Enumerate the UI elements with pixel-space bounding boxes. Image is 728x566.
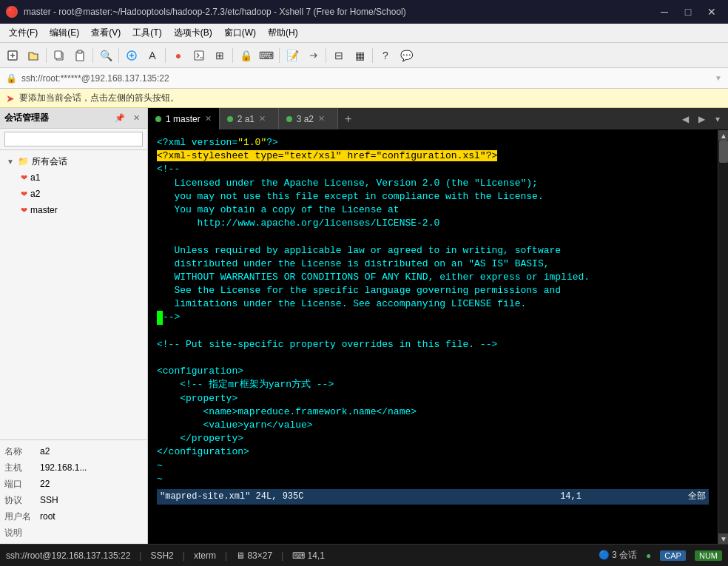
tab-dot-master: [155, 116, 161, 122]
info-value-host: 192.168.1...: [40, 462, 143, 473]
session-label-a2: a2: [30, 189, 40, 199]
title-bar: 🔴 master - root@master:~/Hadooptools/had…: [0, 0, 728, 24]
status-bar: ssh://root@192.168.137.135:22 | SSH2 | x…: [0, 544, 728, 566]
tab-prev-button[interactable]: ◀: [678, 112, 692, 127]
scroll-thumb[interactable]: [719, 141, 728, 163]
sidebar-item-a2[interactable]: ❤ a2: [15, 186, 147, 202]
connect-button[interactable]: [122, 46, 141, 65]
tab-add-button[interactable]: +: [338, 108, 359, 129]
term-line-23: </property>: [157, 433, 243, 444]
status-cap-badge: CAP: [660, 550, 686, 561]
menu-edit[interactable]: 编辑(E): [44, 24, 85, 41]
menu-help[interactable]: 帮助(H): [262, 24, 304, 41]
address-dropdown-icon[interactable]: ▼: [715, 74, 722, 82]
status-sessions: 🔵 3 会话: [599, 549, 637, 562]
menu-tools[interactable]: 工具(T): [127, 24, 167, 41]
sidebar-close-button[interactable]: ✕: [129, 112, 143, 125]
session-label-master: master: [30, 205, 58, 215]
term-line-blank3: [157, 352, 163, 363]
separator-3: [118, 48, 119, 63]
menu-window[interactable]: 窗口(W): [218, 24, 262, 41]
term-line-blank1: [157, 231, 163, 242]
svg-rect-6: [78, 50, 82, 53]
layout2-button[interactable]: ⊟: [329, 46, 348, 65]
chat-button[interactable]: 💬: [397, 46, 416, 65]
tab-close-a1[interactable]: ✕: [259, 114, 266, 124]
menu-view[interactable]: 查看(V): [85, 24, 127, 41]
term-line-25: ~: [157, 460, 163, 471]
tab-next-button[interactable]: ▶: [694, 112, 709, 127]
separator-6: [279, 48, 280, 63]
transfer-button[interactable]: [303, 46, 323, 65]
separator-4: [165, 48, 166, 63]
address-bar: 🔒 ssh://root:******@192.168.137.135:22 ▼: [0, 68, 728, 89]
layout-button[interactable]: ⊞: [210, 46, 229, 65]
new-session-button[interactable]: [3, 46, 22, 65]
menu-file[interactable]: 文件(F): [3, 24, 44, 41]
session-tree: ▼ 📁 所有会话 ❤ a1 ❤ a2 ❤ master: [0, 150, 147, 439]
address-text: ssh://root:******@192.168.137.135:22: [21, 73, 710, 84]
script-button[interactable]: [189, 46, 209, 65]
font-button[interactable]: A: [143, 46, 162, 65]
tab-close-a2[interactable]: ✕: [318, 114, 325, 124]
tab-close-master[interactable]: ✕: [205, 114, 212, 124]
info-label-port: 端口: [4, 478, 40, 491]
tab-dot-a1: [227, 116, 233, 122]
security-button[interactable]: 🔒: [236, 46, 255, 65]
tab-a2[interactable]: 3 a2 ✕: [279, 108, 338, 129]
paste-button[interactable]: [70, 46, 90, 65]
search-button[interactable]: 🔍: [96, 46, 115, 65]
term-line-13: limitations under the License. See accom…: [157, 298, 526, 309]
help-button[interactable]: ?: [376, 46, 395, 65]
info-value-protocol: SSH: [40, 495, 143, 505]
status-position: ⌨ 14,1: [292, 550, 325, 561]
sidebar-pin-button[interactable]: 📌: [113, 112, 127, 125]
status-indicator-green: ●: [646, 550, 651, 561]
tab-label-a1: 2 a1: [237, 114, 255, 124]
term-line-26: ~: [157, 474, 163, 485]
term-line-10: distributed under the License is distrib…: [157, 258, 550, 269]
info-row-host: 主机 192.168.1...: [4, 459, 143, 476]
separator-5: [232, 48, 233, 63]
keyboard-button[interactable]: ⌨: [257, 46, 276, 65]
maximize-button[interactable]: □: [678, 4, 698, 19]
tree-root-item[interactable]: ▼ 📁 所有会话: [0, 153, 147, 169]
tab-menu-button[interactable]: ▾: [710, 112, 725, 127]
terminal-area: <?xml version="1.0"?> <?xml-stylesheet t…: [148, 130, 728, 544]
status-sep-1: |: [139, 550, 141, 561]
info-row-desc: 说明: [4, 525, 143, 541]
terminal[interactable]: <?xml version="1.0"?> <?xml-stylesheet t…: [148, 130, 718, 544]
session-label-a1: a1: [30, 172, 40, 183]
tab-a1[interactable]: 2 a1 ✕: [220, 108, 279, 129]
term-line-6: You may obtain a copy of the License at: [157, 204, 400, 215]
menu-tabs[interactable]: 选项卡(B): [168, 24, 218, 41]
term-line-16: <!-- Put site-specific property override…: [157, 339, 497, 350]
sidebar-item-master[interactable]: ❤ master: [15, 202, 147, 218]
separator-7: [326, 48, 326, 63]
session-icon-master: ❤: [21, 206, 27, 215]
minimize-button[interactable]: ─: [654, 4, 675, 19]
status-sep-4: |: [281, 550, 283, 561]
info-text: 要添加当前会话，点击左侧的箭头按钮。: [19, 92, 179, 104]
lock-icon: 🔒: [6, 73, 17, 84]
term-line-19: <!-- 指定mr框架为yarn方式 -->: [157, 379, 334, 390]
tab-master[interactable]: 1 master ✕: [148, 108, 220, 129]
term-line-5: you may not use this file except in comp…: [157, 191, 544, 202]
sidebar-title: 会话管理器: [4, 112, 49, 124]
sidebar-search-input[interactable]: [4, 132, 143, 146]
scroll-down-button[interactable]: ▼: [718, 533, 728, 544]
term-line-blank2: [157, 326, 163, 337]
term-line-3: <!--: [157, 164, 180, 175]
record-button[interactable]: ●: [169, 46, 188, 65]
log-button[interactable]: 📝: [283, 46, 302, 65]
layout3-button[interactable]: ▦: [350, 46, 369, 65]
tab-bar: 1 master ✕ 2 a1 ✕ 3 a2 ✕ + ◀ ▶ ▾: [148, 108, 728, 130]
term-line-21: <name>mapreduce.framework.name</name>: [157, 406, 417, 417]
scroll-up-button[interactable]: ▲: [718, 130, 728, 141]
info-row-protocol: 协议 SSH: [4, 492, 143, 508]
open-button[interactable]: [24, 46, 43, 65]
close-button[interactable]: ✕: [701, 4, 722, 19]
status-num-badge: NUM: [695, 550, 722, 561]
sidebar-item-a1[interactable]: ❤ a1: [15, 169, 147, 186]
copy-button[interactable]: [50, 46, 69, 65]
